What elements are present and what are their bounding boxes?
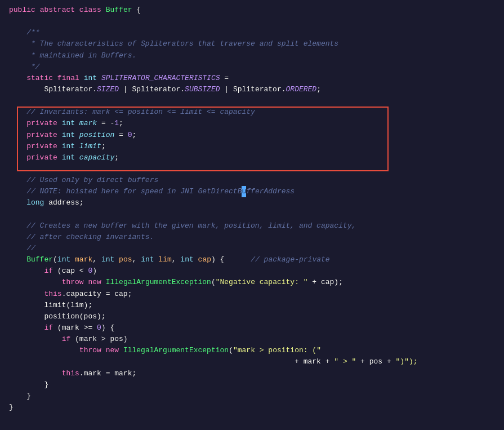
code-token: // Used only by direct buffers [9, 175, 158, 186]
code-token: ; [316, 84, 321, 95]
code-token: Buffer [26, 254, 53, 265]
code-token [119, 345, 123, 356]
code-token [97, 73, 101, 84]
code-token: throw [62, 277, 84, 288]
code-token [57, 130, 62, 141]
code-token: public [9, 5, 35, 16]
code-token [154, 254, 159, 265]
code-line: static final int SPLITERATOR_CHARACTERIS… [0, 73, 504, 84]
code-line: + mark + " > " + pos + ")"); [0, 356, 504, 367]
code-token: abstract [40, 5, 75, 16]
code-token [75, 141, 79, 152]
code-token: Buffer [106, 5, 132, 16]
code-line: } [0, 391, 504, 402]
code-token: IllegalArgumentException [106, 277, 211, 288]
code-line: Spliterator.SIZED | Spliterator.SUBSIZED… [0, 84, 504, 95]
code-token [9, 368, 62, 379]
code-token: ; [119, 118, 123, 129]
code-token [57, 141, 62, 152]
code-token: static [26, 73, 53, 84]
code-line: throw new IllegalArgumentException("mark… [0, 345, 504, 356]
code-token: { [132, 5, 141, 16]
code-line: private int mark = -1; [0, 118, 504, 129]
code-token: // Creates a new buffer with the given m… [9, 220, 356, 232]
code-token: int [180, 254, 193, 265]
code-token: mark [75, 254, 92, 265]
code-token: 0 [97, 322, 101, 334]
code-line: if (mark >= 0) { [0, 322, 504, 334]
code-line: private int limit; [0, 141, 504, 152]
code-token [114, 254, 119, 265]
code-content: public abstract class Buffer { /** * The… [0, 5, 504, 413]
code-line: this.mark = mark; [0, 368, 504, 379]
code-token: limit(lim); [9, 300, 92, 311]
code-token: + pos + [356, 356, 395, 367]
code-token: mark [79, 118, 97, 129]
code-token: "Negative capacity: " [216, 277, 308, 288]
code-line: position(pos); [0, 311, 504, 322]
code-token: pos [119, 254, 132, 265]
code-token [79, 73, 84, 84]
code-token: , [132, 254, 141, 265]
code-token: private [26, 152, 57, 163]
code-token: cap [198, 254, 211, 265]
code-token [9, 152, 26, 163]
code-line: /** [0, 27, 504, 38]
code-line: } [0, 379, 504, 391]
code-token: address; [44, 197, 83, 209]
code-token: (cap < [53, 265, 88, 277]
code-token: final [57, 73, 79, 84]
code-token: */ [9, 61, 40, 73]
code-line: // Used only by direct buffers [0, 175, 504, 186]
code-token [75, 152, 79, 163]
code-token [9, 141, 26, 152]
code-token: if [44, 322, 53, 334]
code-token: | Spliterator. [119, 84, 185, 95]
code-token [101, 5, 106, 16]
code-token [9, 73, 26, 84]
code-token: new [106, 345, 119, 356]
code-line: * The characteristics of Spliterators th… [0, 38, 504, 50]
code-token [53, 73, 57, 84]
code-token: // [9, 243, 35, 254]
code-token: ) { [211, 254, 224, 265]
code-line [0, 209, 504, 220]
code-token: , [92, 254, 101, 265]
code-line [0, 95, 504, 107]
code-token: // package-private [224, 254, 329, 265]
code-token: SPLITERATOR_CHARACTERISTICS [101, 73, 220, 84]
code-token: } [9, 391, 31, 402]
code-token [35, 5, 40, 16]
code-token: + mark + [9, 356, 334, 367]
code-token: new [88, 277, 101, 288]
code-token: Spliterator. [9, 84, 97, 95]
code-line [0, 16, 504, 27]
code-token: int [62, 141, 75, 152]
code-line: // Creates a new buffer with the given m… [0, 220, 504, 232]
code-line: public abstract class Buffer { [0, 5, 504, 16]
code-token: capacity [79, 152, 114, 163]
code-token: * maintained in Buffers. [9, 50, 136, 61]
code-token: // after checking invariants. [9, 232, 154, 243]
code-token: ( [211, 277, 216, 288]
code-token: this [44, 289, 61, 300]
code-token [57, 118, 62, 129]
code-token: "mark > position: (" [233, 345, 321, 356]
code-line: // NOTE: hoisted here for speed in JNI G… [0, 186, 504, 197]
code-token: ORDERED [286, 84, 317, 95]
code-token [101, 345, 106, 356]
code-token: if [44, 265, 53, 277]
code-token: ; [114, 152, 119, 163]
code-line: limit(lim); [0, 300, 504, 311]
code-token: * The characteristics of Spliterators th… [9, 38, 338, 50]
code-token [75, 118, 79, 129]
code-token [9, 118, 26, 129]
code-token: 0 [128, 130, 132, 141]
code-token: int [84, 73, 97, 84]
code-token: } [9, 379, 48, 391]
code-line: * maintained in Buffers. [0, 50, 504, 61]
code-line: */ [0, 61, 504, 73]
code-token: position(pos); [9, 311, 106, 322]
code-token [9, 334, 62, 345]
code-token: SIZED [97, 84, 119, 95]
